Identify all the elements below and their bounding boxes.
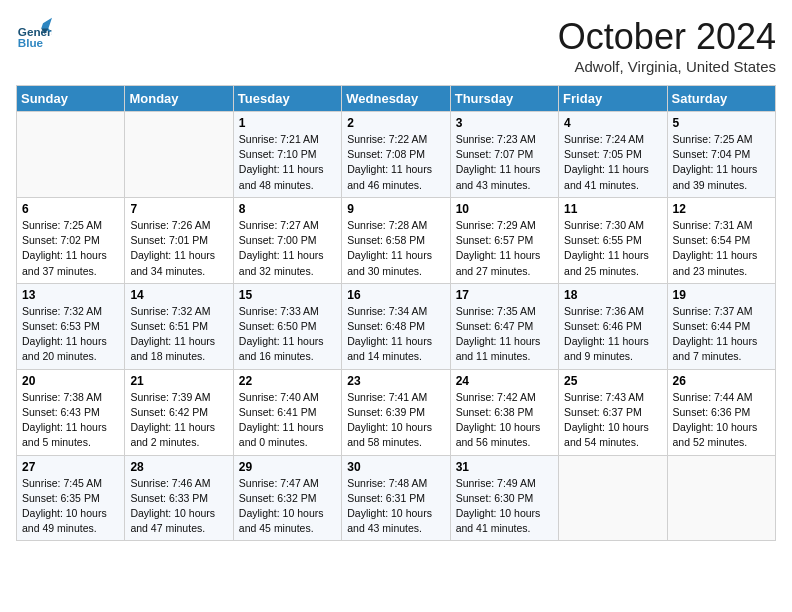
day-info: Sunrise: 7:47 AMSunset: 6:32 PMDaylight:… bbox=[239, 476, 336, 537]
day-info: Sunrise: 7:26 AMSunset: 7:01 PMDaylight:… bbox=[130, 218, 227, 279]
day-number: 25 bbox=[564, 374, 661, 388]
calendar-cell: 12Sunrise: 7:31 AMSunset: 6:54 PMDayligh… bbox=[667, 197, 775, 283]
day-info: Sunrise: 7:25 AMSunset: 7:04 PMDaylight:… bbox=[673, 132, 770, 193]
weekday-wednesday: Wednesday bbox=[342, 86, 450, 112]
day-number: 27 bbox=[22, 460, 119, 474]
location: Adwolf, Virginia, United States bbox=[558, 58, 776, 75]
calendar-cell: 21Sunrise: 7:39 AMSunset: 6:42 PMDayligh… bbox=[125, 369, 233, 455]
calendar-cell: 1Sunrise: 7:21 AMSunset: 7:10 PMDaylight… bbox=[233, 112, 341, 198]
day-number: 2 bbox=[347, 116, 444, 130]
calendar-cell: 31Sunrise: 7:49 AMSunset: 6:30 PMDayligh… bbox=[450, 455, 558, 541]
weekday-tuesday: Tuesday bbox=[233, 86, 341, 112]
calendar-cell: 10Sunrise: 7:29 AMSunset: 6:57 PMDayligh… bbox=[450, 197, 558, 283]
day-number: 17 bbox=[456, 288, 553, 302]
title-block: October 2024 Adwolf, Virginia, United St… bbox=[558, 16, 776, 75]
calendar-week-1: 1Sunrise: 7:21 AMSunset: 7:10 PMDaylight… bbox=[17, 112, 776, 198]
calendar-cell: 24Sunrise: 7:42 AMSunset: 6:38 PMDayligh… bbox=[450, 369, 558, 455]
day-number: 1 bbox=[239, 116, 336, 130]
calendar-cell: 23Sunrise: 7:41 AMSunset: 6:39 PMDayligh… bbox=[342, 369, 450, 455]
day-info: Sunrise: 7:24 AMSunset: 7:05 PMDaylight:… bbox=[564, 132, 661, 193]
weekday-thursday: Thursday bbox=[450, 86, 558, 112]
calendar-table: SundayMondayTuesdayWednesdayThursdayFrid… bbox=[16, 85, 776, 541]
day-info: Sunrise: 7:32 AMSunset: 6:53 PMDaylight:… bbox=[22, 304, 119, 365]
calendar-cell: 30Sunrise: 7:48 AMSunset: 6:31 PMDayligh… bbox=[342, 455, 450, 541]
day-number: 11 bbox=[564, 202, 661, 216]
calendar-cell: 16Sunrise: 7:34 AMSunset: 6:48 PMDayligh… bbox=[342, 283, 450, 369]
calendar-cell: 4Sunrise: 7:24 AMSunset: 7:05 PMDaylight… bbox=[559, 112, 667, 198]
calendar-cell bbox=[667, 455, 775, 541]
day-info: Sunrise: 7:39 AMSunset: 6:42 PMDaylight:… bbox=[130, 390, 227, 451]
day-info: Sunrise: 7:42 AMSunset: 6:38 PMDaylight:… bbox=[456, 390, 553, 451]
day-info: Sunrise: 7:46 AMSunset: 6:33 PMDaylight:… bbox=[130, 476, 227, 537]
weekday-friday: Friday bbox=[559, 86, 667, 112]
calendar-cell: 3Sunrise: 7:23 AMSunset: 7:07 PMDaylight… bbox=[450, 112, 558, 198]
logo-icon: General Blue bbox=[16, 16, 52, 52]
calendar-cell: 26Sunrise: 7:44 AMSunset: 6:36 PMDayligh… bbox=[667, 369, 775, 455]
calendar-cell: 15Sunrise: 7:33 AMSunset: 6:50 PMDayligh… bbox=[233, 283, 341, 369]
day-number: 9 bbox=[347, 202, 444, 216]
calendar-cell: 18Sunrise: 7:36 AMSunset: 6:46 PMDayligh… bbox=[559, 283, 667, 369]
day-info: Sunrise: 7:23 AMSunset: 7:07 PMDaylight:… bbox=[456, 132, 553, 193]
weekday-saturday: Saturday bbox=[667, 86, 775, 112]
day-number: 28 bbox=[130, 460, 227, 474]
calendar-week-5: 27Sunrise: 7:45 AMSunset: 6:35 PMDayligh… bbox=[17, 455, 776, 541]
day-number: 23 bbox=[347, 374, 444, 388]
calendar-cell bbox=[559, 455, 667, 541]
day-info: Sunrise: 7:22 AMSunset: 7:08 PMDaylight:… bbox=[347, 132, 444, 193]
day-number: 22 bbox=[239, 374, 336, 388]
calendar-cell: 29Sunrise: 7:47 AMSunset: 6:32 PMDayligh… bbox=[233, 455, 341, 541]
day-info: Sunrise: 7:44 AMSunset: 6:36 PMDaylight:… bbox=[673, 390, 770, 451]
day-info: Sunrise: 7:38 AMSunset: 6:43 PMDaylight:… bbox=[22, 390, 119, 451]
calendar-cell: 9Sunrise: 7:28 AMSunset: 6:58 PMDaylight… bbox=[342, 197, 450, 283]
day-info: Sunrise: 7:21 AMSunset: 7:10 PMDaylight:… bbox=[239, 132, 336, 193]
calendar-cell: 17Sunrise: 7:35 AMSunset: 6:47 PMDayligh… bbox=[450, 283, 558, 369]
day-number: 29 bbox=[239, 460, 336, 474]
calendar-cell: 25Sunrise: 7:43 AMSunset: 6:37 PMDayligh… bbox=[559, 369, 667, 455]
day-info: Sunrise: 7:28 AMSunset: 6:58 PMDaylight:… bbox=[347, 218, 444, 279]
day-number: 13 bbox=[22, 288, 119, 302]
day-info: Sunrise: 7:43 AMSunset: 6:37 PMDaylight:… bbox=[564, 390, 661, 451]
calendar-cell: 8Sunrise: 7:27 AMSunset: 7:00 PMDaylight… bbox=[233, 197, 341, 283]
calendar-week-2: 6Sunrise: 7:25 AMSunset: 7:02 PMDaylight… bbox=[17, 197, 776, 283]
day-number: 26 bbox=[673, 374, 770, 388]
day-number: 24 bbox=[456, 374, 553, 388]
calendar-cell: 5Sunrise: 7:25 AMSunset: 7:04 PMDaylight… bbox=[667, 112, 775, 198]
calendar-week-4: 20Sunrise: 7:38 AMSunset: 6:43 PMDayligh… bbox=[17, 369, 776, 455]
day-info: Sunrise: 7:36 AMSunset: 6:46 PMDaylight:… bbox=[564, 304, 661, 365]
calendar-cell: 22Sunrise: 7:40 AMSunset: 6:41 PMDayligh… bbox=[233, 369, 341, 455]
page-header: General Blue October 2024 Adwolf, Virgin… bbox=[16, 16, 776, 75]
weekday-sunday: Sunday bbox=[17, 86, 125, 112]
day-info: Sunrise: 7:48 AMSunset: 6:31 PMDaylight:… bbox=[347, 476, 444, 537]
day-info: Sunrise: 7:32 AMSunset: 6:51 PMDaylight:… bbox=[130, 304, 227, 365]
day-number: 16 bbox=[347, 288, 444, 302]
day-number: 15 bbox=[239, 288, 336, 302]
day-number: 5 bbox=[673, 116, 770, 130]
svg-text:Blue: Blue bbox=[18, 36, 44, 49]
day-info: Sunrise: 7:34 AMSunset: 6:48 PMDaylight:… bbox=[347, 304, 444, 365]
day-number: 19 bbox=[673, 288, 770, 302]
calendar-cell: 28Sunrise: 7:46 AMSunset: 6:33 PMDayligh… bbox=[125, 455, 233, 541]
day-number: 18 bbox=[564, 288, 661, 302]
day-info: Sunrise: 7:35 AMSunset: 6:47 PMDaylight:… bbox=[456, 304, 553, 365]
day-number: 20 bbox=[22, 374, 119, 388]
day-number: 3 bbox=[456, 116, 553, 130]
calendar-cell: 13Sunrise: 7:32 AMSunset: 6:53 PMDayligh… bbox=[17, 283, 125, 369]
weekday-header-row: SundayMondayTuesdayWednesdayThursdayFrid… bbox=[17, 86, 776, 112]
day-info: Sunrise: 7:25 AMSunset: 7:02 PMDaylight:… bbox=[22, 218, 119, 279]
calendar-cell: 2Sunrise: 7:22 AMSunset: 7:08 PMDaylight… bbox=[342, 112, 450, 198]
day-info: Sunrise: 7:49 AMSunset: 6:30 PMDaylight:… bbox=[456, 476, 553, 537]
calendar-cell: 14Sunrise: 7:32 AMSunset: 6:51 PMDayligh… bbox=[125, 283, 233, 369]
calendar-cell bbox=[17, 112, 125, 198]
calendar-cell: 11Sunrise: 7:30 AMSunset: 6:55 PMDayligh… bbox=[559, 197, 667, 283]
day-info: Sunrise: 7:29 AMSunset: 6:57 PMDaylight:… bbox=[456, 218, 553, 279]
calendar-cell bbox=[125, 112, 233, 198]
day-number: 14 bbox=[130, 288, 227, 302]
day-number: 4 bbox=[564, 116, 661, 130]
day-number: 30 bbox=[347, 460, 444, 474]
day-number: 21 bbox=[130, 374, 227, 388]
calendar-cell: 7Sunrise: 7:26 AMSunset: 7:01 PMDaylight… bbox=[125, 197, 233, 283]
day-info: Sunrise: 7:37 AMSunset: 6:44 PMDaylight:… bbox=[673, 304, 770, 365]
day-info: Sunrise: 7:45 AMSunset: 6:35 PMDaylight:… bbox=[22, 476, 119, 537]
logo: General Blue bbox=[16, 16, 52, 52]
day-info: Sunrise: 7:30 AMSunset: 6:55 PMDaylight:… bbox=[564, 218, 661, 279]
